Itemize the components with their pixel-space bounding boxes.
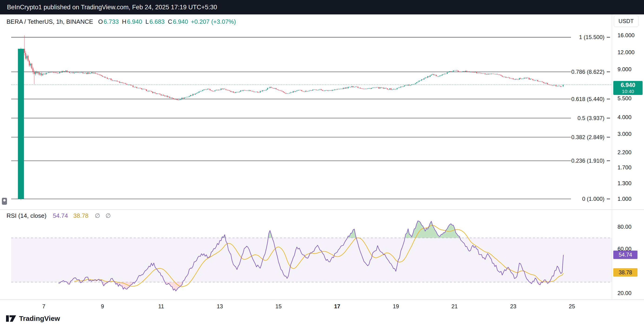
svg-text:3.000: 3.000 [618, 131, 632, 137]
svg-text:12.000: 12.000 [618, 49, 634, 55]
svg-text:0 (1.000): 0 (1.000) [582, 196, 604, 202]
ohlc-value: 6.683 [150, 18, 164, 25]
price-axis[interactable]: 16.00012.0009.0005.5004.0003.0002.2001.7… [618, 32, 634, 202]
svg-text:0.5 (3.937): 0.5 (3.937) [578, 115, 604, 121]
svg-text:13: 13 [217, 303, 223, 309]
chart-canvas[interactable]: 1 (15.500)0.786 (8.622)0.618 (5.440)0.5 … [0, 0, 644, 329]
svg-text:19: 19 [393, 303, 399, 309]
svg-text:1.300: 1.300 [618, 180, 632, 186]
svg-text:9.000: 9.000 [618, 66, 632, 72]
anchor-dot [3, 199, 6, 201]
rsi-pane[interactable]: 54.7438.7880.0060.0020.00 [11, 221, 638, 296]
ohlc-label: L [146, 18, 149, 25]
ohlc-value: 6.733 [104, 18, 119, 25]
ohlc-value: 6.940 [173, 18, 188, 25]
ohlc-values: O6.733H6.940L6.683C6.940 [95, 18, 188, 25]
time-axis[interactable]: 791113151719212325 [42, 303, 575, 309]
attribution-bar: BeInCrypto1 published on TradingView.com… [0, 0, 644, 15]
rsi-legend: RSI (14, close) 54.74 38.78 ∅ ∅ [6, 212, 111, 219]
svg-text:1 (15.500): 1 (15.500) [579, 34, 604, 40]
svg-text:15: 15 [276, 303, 282, 309]
price-change: +0.207 (+3.07%) [191, 18, 236, 25]
svg-text:11: 11 [158, 303, 164, 309]
svg-text:17: 17 [334, 303, 340, 309]
svg-text:2.200: 2.200 [618, 149, 632, 155]
svg-text:4.000: 4.000 [618, 114, 632, 120]
svg-text:10:40: 10:40 [622, 89, 634, 94]
tradingview-logo-text: TradingView [19, 314, 60, 322]
svg-text:80.00: 80.00 [618, 224, 632, 230]
svg-text:1.700: 1.700 [618, 164, 632, 171]
svg-text:54.74: 54.74 [619, 252, 632, 258]
svg-text:23: 23 [510, 303, 516, 309]
rsi-ma-value: 38.78 [74, 212, 88, 219]
svg-text:6.940: 6.940 [621, 82, 636, 88]
svg-text:25: 25 [569, 303, 575, 309]
svg-text:20.00: 20.00 [618, 290, 632, 296]
svg-text:5.500: 5.500 [618, 95, 632, 101]
ohlc-label: C [168, 18, 172, 25]
attribution-text: BeInCrypto1 published on TradingView.com… [7, 4, 217, 11]
svg-text:60.00: 60.00 [618, 246, 632, 252]
rsi-indicator-title[interactable]: RSI (14, close) [6, 212, 46, 219]
rsi-empty-values: ∅ ∅ [95, 212, 111, 219]
svg-text:7: 7 [42, 303, 45, 309]
symbol-legend: BERA / TetherUS, 1h, BINANCE O6.733H6.94… [6, 18, 236, 25]
candles-layer[interactable] [18, 35, 564, 200]
svg-text:9: 9 [101, 303, 104, 309]
svg-text:0.786 (8.622): 0.786 (8.622) [571, 69, 604, 75]
tradingview-logo[interactable]: TradingView [6, 314, 60, 322]
symbol-title[interactable]: BERA / TetherUS, 1h, BINANCE [6, 18, 93, 25]
svg-text:21: 21 [452, 303, 458, 309]
svg-text:16.000: 16.000 [618, 32, 634, 38]
tradingview-logo-icon [6, 315, 16, 322]
drawing-anchor-icon[interactable] [2, 198, 7, 205]
svg-text:1.000: 1.000 [618, 196, 632, 202]
current-price-layer: 6.94010:40 [11, 81, 642, 95]
svg-text:0.236 (1.910): 0.236 (1.910) [571, 158, 604, 164]
svg-text:0.382 (2.849): 0.382 (2.849) [571, 134, 604, 140]
tradingview-snapshot: 1 (15.500)0.786 (8.622)0.618 (5.440)0.5 … [0, 0, 644, 329]
fib-retracement-layer: 1 (15.500)0.786 (8.622)0.618 (5.440)0.5 … [11, 34, 610, 202]
rsi-value: 54.74 [53, 212, 68, 219]
svg-text:0.618 (5.440): 0.618 (5.440) [571, 96, 604, 102]
currency-unit-button[interactable]: USDT [614, 15, 638, 27]
ohlc-value: 6.940 [127, 18, 142, 25]
svg-text:38.78: 38.78 [619, 269, 632, 275]
ohlc-label: O [98, 18, 103, 25]
ohlc-label: H [122, 18, 126, 25]
